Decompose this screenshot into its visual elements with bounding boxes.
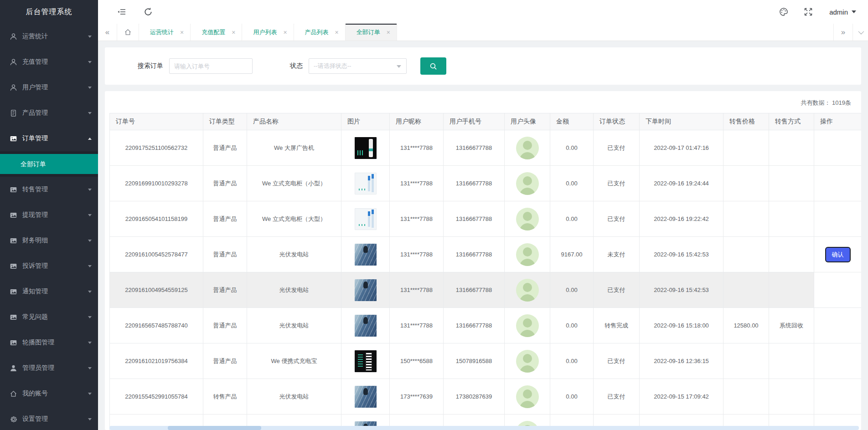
user-icon	[10, 84, 17, 92]
cell-nickname: 173****7639	[390, 379, 444, 415]
sidebar-item-user-mgmt[interactable]: 用户管理	[0, 75, 98, 100]
avatar-head	[523, 318, 532, 328]
sidebar-item-banner-mgmt[interactable]: 轮播图管理	[0, 330, 98, 355]
cell-status: 已支付	[594, 166, 640, 201]
close-icon[interactable]: ×	[335, 29, 339, 36]
user-avatar	[516, 243, 539, 266]
close-icon[interactable]: ×	[387, 29, 390, 36]
tab-operation-stats[interactable]: 运营统计×	[139, 24, 191, 41]
avatar-body	[519, 330, 536, 337]
sidebar-item-label: 充值管理	[22, 58, 88, 66]
sidebar-item-complaint-mgmt[interactable]: 投诉管理	[0, 253, 98, 279]
cell-nickname: 131****7788	[390, 130, 444, 166]
col-header-product_name: 产品名称	[247, 113, 341, 130]
user-avatar	[516, 208, 539, 230]
tab-all-orders[interactable]: 全部订单×	[346, 24, 397, 41]
sidebar-item-faq[interactable]: 常见问题	[0, 304, 98, 330]
product-image	[355, 208, 377, 230]
tab-product-list[interactable]: 产品列表×	[294, 24, 346, 41]
pic-icon	[10, 339, 17, 347]
cell-image	[341, 272, 390, 308]
cell-resale_type	[769, 379, 814, 415]
tab-recharge-config[interactable]: 充值配置×	[191, 24, 242, 41]
cell-avatar	[505, 272, 550, 308]
cell-resale_price	[723, 130, 769, 166]
table-row: 2209175251100562732普通产品We 大屏广告机131****77…	[110, 130, 862, 166]
table-row: 2209155452991055784转售产品光伏发电站173****76391…	[110, 379, 862, 415]
cell-status: 未支付	[594, 237, 640, 272]
sidebar-item-operation-stats[interactable]: 运营统计	[0, 24, 98, 49]
product-image	[355, 386, 377, 408]
cell-resale_price	[723, 237, 769, 272]
confirm-button[interactable]: 确认	[825, 247, 851, 262]
cell-nickname: 131****7788	[390, 308, 444, 343]
refresh-icon[interactable]	[144, 7, 153, 16]
sidebar-item-product-mgmt[interactable]: 产品管理	[0, 100, 98, 126]
sidebar-item-resale-mgmt[interactable]: 转售管理	[0, 177, 98, 202]
table-row: 2209161004954559125普通产品光伏发电站131****77881…	[110, 272, 862, 308]
cell-order_type: 普通产品	[203, 343, 247, 379]
chevron-down-icon	[88, 265, 92, 267]
cell-image	[341, 201, 390, 237]
scrollbar-thumb[interactable]	[168, 426, 261, 430]
user-dropdown[interactable]: admin	[829, 8, 856, 16]
cell-avatar	[505, 166, 550, 201]
sidebar-item-recharge-mgmt[interactable]: 充值管理	[0, 49, 98, 75]
close-icon[interactable]: ×	[180, 29, 184, 36]
cell-time: 2022-09-16 15:18:00	[640, 308, 723, 343]
user-avatar	[516, 172, 539, 195]
home-tab[interactable]	[117, 24, 139, 41]
col-header-resale_price: 转售价格	[723, 113, 769, 130]
order-number-input[interactable]	[169, 58, 253, 74]
cell-amount: 0.00	[550, 343, 594, 379]
sidebar-item-my-account[interactable]: 我的账号	[0, 381, 98, 406]
sidebar-item-withdraw-mgmt[interactable]: 提现管理	[0, 202, 98, 228]
cell-time: 2022-09-16 15:42:53	[640, 237, 723, 272]
table-row: 2209165054101158199普通产品We 立式充电柜（大型）131**…	[110, 201, 862, 237]
collapse-menu-icon[interactable]	[117, 7, 126, 16]
cell-resale_type	[769, 166, 814, 201]
sidebar-item-admin-mgmt[interactable]: 管理员管理	[0, 355, 98, 381]
sidebar-item-finance-detail[interactable]: 财务明细	[0, 228, 98, 253]
cell-amount: 0.00	[550, 379, 594, 415]
theme-palette-icon[interactable]	[779, 7, 788, 16]
table-row: 2209161021019756384普通产品We 便携式充电宝150****6…	[110, 343, 862, 379]
product-image	[355, 137, 377, 159]
close-icon[interactable]: ×	[232, 29, 235, 36]
cell-nickname: 131****7788	[390, 272, 444, 308]
sidebar: 后台管理系统 运营统计充值管理用户管理产品管理订单管理全部订单转售管理提现管理财…	[0, 0, 98, 430]
col-header-resale_type: 转售方式	[769, 113, 814, 130]
tab-user-list[interactable]: 用户列表×	[242, 24, 294, 41]
cell-action	[814, 166, 862, 201]
cell-order_no: 2209169910010293278	[110, 166, 203, 201]
tabs-scroll-left-button[interactable]: «	[98, 24, 117, 41]
cell-action	[814, 343, 862, 379]
fullscreen-icon[interactable]	[804, 7, 813, 16]
content: 搜索订单 状态 --请选择状态-- 共有数据： 1019条 订单号订单类型产品名…	[98, 41, 868, 430]
avatar-body	[519, 152, 536, 159]
sidebar-subitem-all-orders[interactable]: 全部订单	[0, 154, 98, 174]
sidebar-item-label: 通知管理	[22, 287, 88, 296]
col-header-time: 下单时间	[640, 113, 723, 130]
cell-order_no: 2209165657485788740	[110, 308, 203, 343]
sidebar-item-notice-mgmt[interactable]: 通知管理	[0, 279, 98, 304]
product-image	[355, 173, 377, 195]
sidebar-item-label: 订单管理	[22, 134, 88, 143]
sidebar-item-settings-mgmt[interactable]: 设置管理	[0, 406, 98, 430]
tabs-scroll-right-button[interactable]: »	[833, 24, 852, 41]
status-select[interactable]: --请选择状态--	[309, 58, 407, 74]
cell-resale_price	[723, 343, 769, 379]
cell-image	[341, 130, 390, 166]
pic-icon	[10, 288, 17, 296]
col-header-phone: 用户手机号	[444, 113, 505, 130]
horizontal-scrollbar[interactable]	[109, 426, 859, 430]
cell-nickname: 131****7788	[390, 201, 444, 237]
cell-order_no: 2209155452991055784	[110, 379, 203, 415]
pic-icon	[10, 135, 17, 143]
tabs-menu-button[interactable]	[852, 24, 868, 41]
search-button[interactable]	[420, 57, 446, 75]
sidebar-item-order-mgmt[interactable]: 订单管理	[0, 126, 98, 151]
close-icon[interactable]: ×	[283, 29, 287, 36]
sidebar-item-label: 提现管理	[22, 211, 88, 219]
search-order-label: 搜索订单	[138, 62, 163, 70]
